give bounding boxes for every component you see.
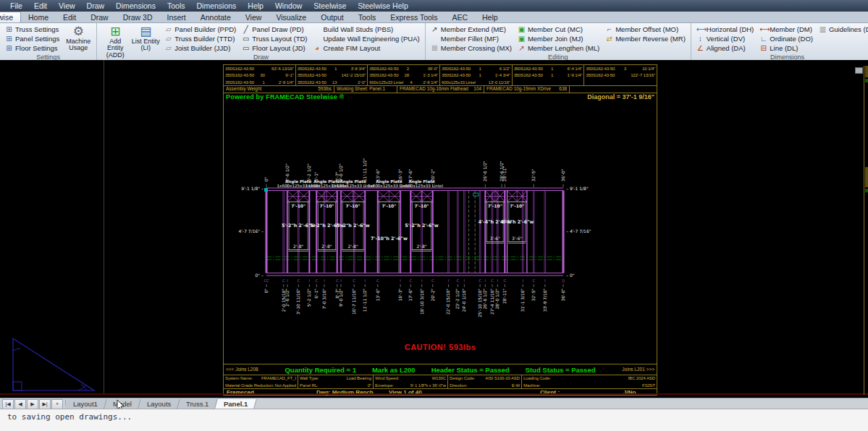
assembly-cell-4: FRAMECAD 10g-19mm XDrive638 [484,85,570,93]
ordinate-do-button[interactable]: ∟Ordinate (DO) [758,34,814,43]
layout-tab-layouts[interactable]: Layouts [138,399,180,409]
ribbon-tab-draw[interactable]: Draw [83,12,116,22]
adjacent-sheet-edge [864,66,868,395]
ribbon-tab-aec[interactable]: AEC [444,12,475,22]
machine-usage-button[interactable]: ⚙Machine Usage [64,25,93,53]
layout-tab-truss-1[interactable]: Truss.1 [177,399,218,409]
member-lengthen-icon: ↗ [518,44,526,52]
truss-settings-button[interactable]: ⊞Truss Settings [4,25,61,34]
member-extend-me-button[interactable]: ↗Member Extend (ME) [429,25,513,34]
cut-list-row: 600x125x33 Lintel13'-0 11/16" [442,79,510,85]
menu-dimensions[interactable]: Dimensions [110,1,161,11]
floor-settings-button[interactable]: ⊞Floor Settings [4,43,61,53]
menu-help[interactable]: Help [242,1,269,11]
ribbon-tab-output[interactable]: Output [313,12,351,22]
truss-layout-td-button[interactable]: ▭Truss Layout (TD) [240,34,308,43]
svg-text:2'-8": 2'-8" [347,244,358,249]
member-qty: 30 [255,72,265,78]
joist-builder-jjd-button[interactable]: ▱Joist Builder (JJD) [163,43,237,53]
ribbon-tab-annotate[interactable]: Annotate [193,12,238,22]
member-length: 2'-8 1/4" [265,79,294,85]
member-reverse-mr-button[interactable]: ⇄Member Reverse (MR) [604,34,687,43]
member-qty: 1 [543,65,553,72]
menu-file[interactable]: File [4,1,28,11]
member-offset-mo-button[interactable]: ⌐Member Offset (MO) [604,25,687,34]
menu-steelwise[interactable]: Steelwise [308,1,352,11]
button-label: Member Fillet (MF) [441,35,499,43]
member-join-mj-button[interactable]: ▣Member Join (MJ) [516,34,601,43]
member-length: 36'-0" [409,65,438,72]
line-dl-button[interactable]: ⊟Line (DL) [758,43,814,53]
svg-text:I: I [484,278,486,283]
menu-steelwise-help[interactable]: Steelwise Help [352,1,413,11]
svg-text:6'-1": 6'-1" [314,289,319,299]
layout-nav-buttons: |◀◀▶▶|+ [0,399,66,409]
menu-tools[interactable]: Tools [161,1,191,11]
panel-settings-button[interactable]: ⊞Panel Settings [4,34,61,43]
ribbon-tab-edit[interactable]: Edit [56,12,83,22]
member-lengthen-ml-button[interactable]: ↗Member Lengthen (ML) [516,43,601,53]
menu-dimensions[interactable]: Dimensions [190,1,242,11]
layout-tab-layout1[interactable]: Layout1 [64,399,107,409]
svg-text:5'-2 1/2": 5'-2 1/2" [307,163,311,182]
create-fim-layout-button[interactable]: ◕Create FIM Layout [311,43,421,53]
layout-tab-model[interactable]: Model [104,399,141,409]
menu-edit[interactable]: Edit [28,1,53,11]
member-fillet-mf-button[interactable]: Member Fillet (MF) [429,34,513,43]
member-crossing-mx-button[interactable]: ⊠Member Crossing (MX) [429,43,513,53]
prev-layout-button[interactable]: ◀ [14,399,26,409]
ribbon-tab-insert[interactable]: Insert [159,12,193,22]
build-wall-studs-pbs-button[interactable]: Build Wall Studs (PBS) [311,25,421,34]
cut-list-row: 350S162-43-50281'-3 1/4" [369,72,438,78]
button-label: Aligned (DA) [707,44,746,52]
update-wall-engineering-pua-button[interactable]: Update Wall Engineering (PUA) [311,34,421,43]
menu-window[interactable]: Window [269,1,308,11]
ribbon-tab-tools[interactable]: Tools [351,12,384,22]
layout-tab-panel-1[interactable]: Panel.1 [215,399,257,409]
svg-text:C: C [336,278,339,283]
ribbon-tab-help[interactable]: Help [475,12,505,22]
first-layout-button[interactable]: |◀ [2,399,14,409]
panel-draw-pd-button[interactable]: ╱Panel Draw (PD) [240,25,308,34]
member-qty: 1 [543,72,553,78]
ribbon-tab-express-tools[interactable]: Express Tools [383,12,444,22]
panel-builder-ppd-button[interactable]: ▱Panel Builder (PPD) [163,25,237,34]
last-layout-button[interactable]: ▶| [39,399,51,409]
horizontal-dh-button[interactable]: ⟷Horizontal (DH) [695,25,755,34]
info-cell-design-code: Design Code:AISI S100-20 ASD [448,375,522,383]
ribbon-group-draw: ⊞Add Entity (ADD)▤List Entity (LI)▱Panel… [97,23,425,61]
info-label: Panel RL: [300,383,318,390]
menu-view[interactable]: View [53,1,81,11]
ribbon-tab-view[interactable]: View [238,12,269,22]
member-cut-mc-button[interactable]: ▣Member Cut (MC) [516,25,601,34]
next-layout-button[interactable]: ▶ [27,399,38,409]
svg-text:23'-2 1/2": 23'-2 1/2" [455,289,460,310]
member-length: 63'-6 13/16" [265,65,294,72]
info-value: E-W [512,383,520,390]
floor-layout-jd-button[interactable]: ▭Floor Layout (JD) [240,43,308,53]
assembly-value: 638 [559,85,567,93]
aligned-da-button[interactable]: ∠Aligned (DA) [695,43,755,53]
ribbon-tab-draw-3d[interactable]: Draw 3D [116,12,160,22]
new-layout-button[interactable]: + [51,399,63,409]
menu-draw[interactable]: Draw [81,1,111,11]
ribbon-tab-visualize[interactable]: Visualize [269,12,313,22]
ribbon-tab-wise[interactable]: wise [0,12,21,22]
svg-text:C: C [409,278,412,283]
vertical-dv-button[interactable]: ↕Vertical (DV) [695,34,755,43]
add-entity-add-button[interactable]: ⊞Add Entity (ADD) [101,25,130,53]
member-profile: 350S162-43-50 [586,65,616,72]
dim-ordinate-icon: ∟ [759,35,767,43]
info-value: Not Applied [274,383,296,390]
ribbon-tab-home[interactable]: Home [21,12,56,22]
svg-text:2'-8": 2'-8" [416,244,426,249]
list-entity-li-button[interactable]: ▤List Entity (LI) [131,25,160,53]
truss-builder-ttd-button[interactable]: ▱Truss Builder (TTD) [163,34,237,43]
member-length: 6 1/2" [481,65,510,72]
info-cell-machine: Machine:F325iT [522,383,657,390]
drawing-canvas[interactable]: 350S162-43-5063'-6 13/16"350S162-43-5030… [0,60,868,398]
member-dm-button[interactable]: ⟷Member (DM) [758,25,814,34]
cut-list-group-6: 350S162-43-50310 1/4"350S162-43-50122'-7… [584,65,657,85]
guidelines-dg-button[interactable]: ▥Guidelines (DG) [817,25,868,34]
command-line[interactable]: to saving open drawings... [0,409,868,431]
